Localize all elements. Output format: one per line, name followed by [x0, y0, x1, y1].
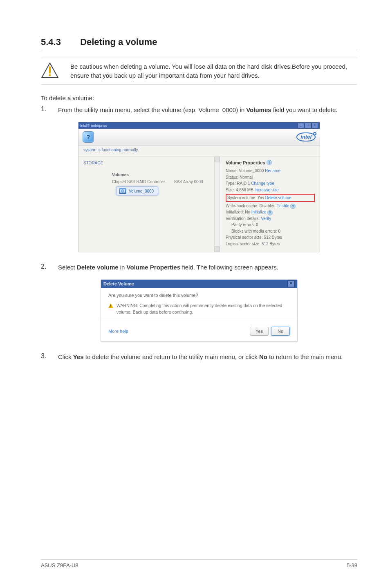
- intel-logo: intel: [296, 132, 316, 141]
- caution-icon: [41, 62, 59, 79]
- close-button[interactable]: ×: [312, 123, 318, 128]
- verify-link[interactable]: Verify: [261, 216, 271, 221]
- step-3: 3. Click Yes to delete the volume and re…: [41, 352, 357, 361]
- intro-text: To delete a volume:: [41, 94, 357, 103]
- prop-writeback: Write-back cache: Disabled Enable ?: [226, 203, 315, 209]
- prop-status: Status: Normal: [226, 174, 315, 181]
- enable-wb-link[interactable]: Enable: [276, 204, 289, 208]
- dialog-close-button[interactable]: ×: [287, 281, 295, 287]
- section-heading: 5.4.3 Deleting a volume: [41, 37, 357, 47]
- dialog-titlebar: Delete Volume ×: [101, 280, 297, 288]
- step-2-text: Select Delete volume in Volume Propertie…: [58, 263, 357, 272]
- caution-block: Be cautious when deleting a volume. You …: [41, 58, 357, 85]
- volumes-pane: STORAGE Volumes Chipset SAS RAID Control…: [78, 157, 214, 252]
- step-2: 2. Select Delete volume in Volume Proper…: [41, 263, 357, 272]
- prop-physical-sector: Physical sector size: 512 Bytes: [226, 234, 315, 241]
- scrollbar[interactable]: [214, 157, 220, 252]
- help-q-icon[interactable]: ?: [267, 210, 273, 215]
- prop-initialized: Initialized: No Initialize ?: [226, 209, 315, 215]
- step-num: 3.: [41, 352, 48, 361]
- help-icon[interactable]: ?: [83, 131, 94, 143]
- step-num: 2.: [41, 263, 48, 272]
- page-footer: ASUS Z9PA-U8 5-39: [41, 559, 357, 568]
- prop-logical-sector: Logical sector size: 512 Bytes: [226, 241, 315, 247]
- window-toolbar: ? intel: [78, 129, 320, 146]
- yes-button[interactable]: Yes: [250, 327, 269, 336]
- section-number: 5.4.3: [41, 37, 78, 47]
- prop-system-volume: System volume: Yes Delete volume: [227, 195, 313, 201]
- footer-left: ASUS Z9PA-U8: [41, 562, 78, 568]
- window-titlebar: Intel® enterprise _ □ ×: [78, 122, 320, 129]
- screenshot-delete-dialog: Delete Volume × Are you sure you want to…: [101, 279, 298, 342]
- prop-blocks: Blocks with media errors: 0: [226, 228, 315, 235]
- prop-size: Size: 4,658 MB Increase size: [226, 187, 315, 193]
- more-help-link[interactable]: More help: [108, 329, 128, 334]
- help-q-icon[interactable]: ?: [290, 204, 296, 209]
- sas-array-label: SAS Array 0000: [174, 180, 203, 184]
- volume-icon: [119, 188, 126, 194]
- dialog-warning-text: WARNING: Completing this action will per…: [117, 303, 290, 316]
- step-num: 1.: [41, 105, 48, 114]
- storage-label: STORAGE: [83, 161, 210, 165]
- change-type-link[interactable]: Change type: [251, 181, 274, 186]
- maximize-button[interactable]: □: [305, 123, 311, 128]
- window-title: Intel® enterprise: [80, 123, 107, 128]
- delete-volume-highlight: System volume: Yes Delete volume: [226, 194, 315, 202]
- caution-text: Be cautious when deleting a volume. You …: [70, 62, 357, 80]
- prop-parity: Parity errors: 0: [226, 222, 315, 228]
- delete-volume-link[interactable]: Delete volume: [265, 195, 291, 200]
- dialog-question: Are you sure you want to delete this vol…: [108, 293, 290, 298]
- step-1: 1. From the utility main menu, select th…: [41, 105, 357, 114]
- help-q-icon[interactable]: ?: [267, 160, 272, 165]
- warning-icon: [108, 303, 113, 308]
- properties-heading: Volume Properties ?: [226, 160, 315, 165]
- dialog-warning: WARNING: Completing this action will per…: [108, 303, 290, 316]
- increase-size-link[interactable]: Increase size: [255, 188, 279, 192]
- no-button[interactable]: No: [271, 327, 290, 336]
- prop-name: Name: Volume_0000 Rename: [226, 168, 315, 174]
- rename-link[interactable]: Rename: [265, 168, 280, 173]
- initialize-link[interactable]: Initialize: [251, 210, 266, 214]
- dialog-separator: [101, 320, 297, 320]
- svg-point-2: [49, 74, 51, 76]
- dialog-title: Delete Volume: [103, 281, 134, 286]
- volume-chip-label: Volume_0000: [129, 189, 154, 193]
- status-text: system is functioning normally.: [78, 146, 320, 157]
- minimize-button[interactable]: _: [298, 123, 304, 128]
- prop-type: Type: RAID 1 Change type: [226, 180, 315, 187]
- step-3-text: Click Yes to delete the volume and retur…: [58, 352, 357, 361]
- prop-verification: Verification details: Verify: [226, 215, 315, 222]
- screenshot-volume-properties: Intel® enterprise _ □ × ? intel system i…: [78, 122, 320, 252]
- volume-chip[interactable]: Volume_0000: [116, 186, 158, 195]
- section-title: Deleting a volume: [80, 37, 157, 47]
- properties-pane: Volume Properties ? Name: Volume_0000 Re…: [220, 157, 320, 252]
- controller-label: Chipset SAS RAID Controller: [112, 180, 165, 184]
- footer-right: 5-39: [347, 562, 357, 568]
- volumes-heading: Volumes: [112, 173, 210, 177]
- heading-rule: [41, 50, 357, 50]
- step-1-text: From the utility main menu, select the v…: [58, 105, 357, 114]
